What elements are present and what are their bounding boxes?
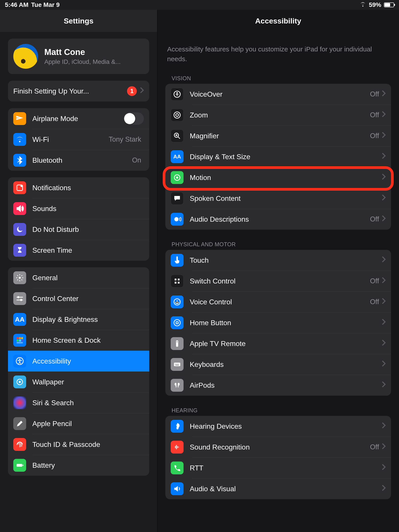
siri-label: Siri & Search [32,399,144,407]
notifications-row[interactable]: Notifications [8,177,149,198]
battery-label: Battery [32,461,144,469]
audio-descriptions-icon [171,213,184,226]
svg-rect-26 [175,279,177,280]
hearing-devices-row[interactable]: Hearing Devices [165,416,391,437]
battery-percent: 59% [369,1,381,8]
voice-control-row[interactable]: Voice Control Off [165,291,391,312]
apple-tv-remote-label: Apple TV Remote [190,340,382,348]
general-row[interactable]: General [8,267,149,288]
general-label: General [32,274,144,282]
airplane-mode-row[interactable]: Airplane Mode [8,108,149,129]
svg-point-2 [19,277,21,279]
touch-row[interactable]: Touch [165,250,391,271]
touch-id-row[interactable]: Touch ID & Passcode [8,434,149,455]
apple-pencil-row[interactable]: Apple Pencil [8,413,149,434]
rtt-row[interactable]: RTT [165,457,391,478]
setup-group: Finish Setting Up Your... 1 [8,81,149,101]
airpods-row[interactable]: AirPods [165,375,391,396]
zoom-row[interactable]: Zoom Off [165,105,391,126]
home-button-row[interactable]: Home Button [165,312,391,333]
svg-rect-38 [178,364,178,364]
profile-name: Matt Cone [44,47,120,57]
keyboards-row[interactable]: Keyboards [165,354,391,375]
motion-row[interactable]: Motion [165,167,391,188]
screen-time-row[interactable]: Screen Time [8,240,149,261]
touch-id-label: Touch ID & Passcode [32,440,144,449]
svg-rect-10 [21,340,23,342]
svg-rect-11 [17,342,23,343]
svg-rect-6 [19,337,21,339]
svg-point-31 [174,320,180,326]
airpods-icon [171,379,184,392]
bluetooth-icon [13,154,26,167]
chevron-right-icon [382,132,386,140]
audio-visual-row[interactable]: Audio & Visual [165,478,391,499]
magnifier-icon [171,129,184,142]
airplane-mode-toggle[interactable] [123,112,144,125]
status-bar: 5:46 AM Tue Mar 9 59% [0,0,399,10]
svg-rect-7 [21,337,23,339]
profile-subtitle: Apple ID, iCloud, Media &... [44,58,120,65]
grid-icon [171,275,184,287]
gear-icon [13,271,26,284]
svg-point-13 [19,359,20,360]
home-screen-row[interactable]: Home Screen & Dock [8,330,149,351]
accessibility-row[interactable]: Accessibility [8,351,149,372]
voiceover-icon [171,88,184,101]
bluetooth-label: Bluetooth [32,156,132,165]
wifi-row[interactable]: Wi-Fi Tony Stark [8,129,149,150]
battery-row[interactable]: Battery [8,455,149,476]
apple-pencil-label: Apple Pencil [32,420,144,428]
display-text-size-label: Display & Text Size [190,153,382,161]
switch-control-row[interactable]: Switch Control Off [165,271,391,291]
sound-recognition-value: Off [370,443,379,451]
svg-point-20 [174,112,180,118]
notifications-group: Notifications Sounds Do Not Disturb Scre… [8,177,149,261]
magnifier-value: Off [370,132,379,140]
apple-id-row[interactable]: Matt Cone Apple ID, iCloud, Media &... [8,38,149,74]
content-pane: Accessibility Accessibility features hel… [157,10,399,532]
airplane-icon [13,112,26,125]
audio-descriptions-row[interactable]: Audio Descriptions Off [165,209,391,230]
screen-time-label: Screen Time [32,246,144,254]
status-date: Tue Mar 9 [31,1,60,8]
chevron-right-icon [382,464,386,472]
display-text-size-row[interactable]: AA Display & Text Size [165,146,391,167]
apple-tv-remote-row[interactable]: Apple TV Remote [165,333,391,354]
sound-recognition-row[interactable]: Sound Recognition Off [165,437,391,457]
spoken-content-row[interactable]: Spoken Content [165,188,391,209]
home-button-label: Home Button [190,319,382,327]
spoken-content-label: Spoken Content [190,194,382,203]
chevron-right-icon [382,152,386,161]
wifi-icon [360,1,366,8]
dnd-row[interactable]: Do Not Disturb [8,219,149,240]
section-physical: PHYSICAL AND MOTOR [171,241,391,248]
profile-group: Matt Cone Apple ID, iCloud, Media &... [8,38,149,74]
ear-icon [171,420,184,433]
switch-control-value: Off [370,277,379,285]
audio-visual-label: Audio & Visual [190,485,382,493]
svg-rect-5 [17,337,19,339]
zoom-value: Off [370,111,379,119]
wallpaper-row[interactable]: Wallpaper [8,372,149,392]
finish-setup-row[interactable]: Finish Setting Up Your... 1 [8,81,149,101]
hearing-devices-label: Hearing Devices [190,422,382,431]
app-grid-icon [13,334,26,347]
siri-row[interactable]: Siri & Search [8,392,149,413]
bluetooth-row[interactable]: Bluetooth On [8,150,149,171]
touch-icon [171,254,184,267]
svg-rect-29 [178,282,180,284]
control-center-row[interactable]: Control Center [8,288,149,309]
magnifier-row[interactable]: Magnifier Off [165,126,391,146]
svg-point-19 [177,92,178,94]
motion-label: Motion [190,174,382,182]
keyboards-label: Keyboards [190,361,382,369]
chevron-right-icon [382,443,386,451]
sounds-row[interactable]: Sounds [8,198,149,219]
svg-rect-27 [178,279,180,280]
svg-rect-39 [175,365,179,366]
voiceover-row[interactable]: VoiceOver Off [165,84,391,105]
chevron-right-icon [382,381,386,389]
avatar [13,44,38,69]
display-brightness-row[interactable]: AA Display & Brightness [8,309,149,330]
